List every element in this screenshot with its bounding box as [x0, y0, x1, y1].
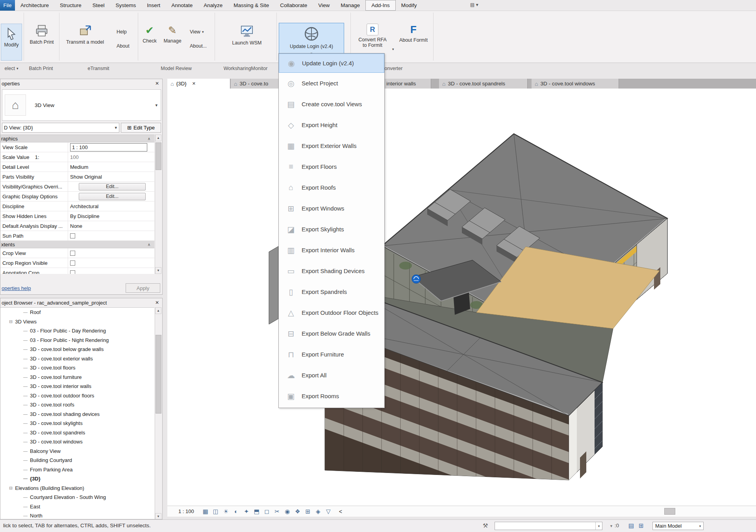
menu-item-select-project[interactable]: ◎Select Project — [279, 73, 384, 94]
tree-item[interactable]: —3D - cove.tool skylights — [0, 419, 154, 428]
worksets-combobox[interactable]: ▾ — [495, 522, 602, 530]
tree-item[interactable]: —From Parking Area — [0, 465, 154, 475]
reveal-hidden-icon[interactable]: ◈ — [313, 508, 323, 515]
discipline-value[interactable]: Architectural — [68, 201, 154, 211]
menu-item-export-all[interactable]: ☁Export All — [279, 365, 384, 386]
launch-wsm-button[interactable]: Launch WSM — [231, 24, 263, 46]
edit-type-button[interactable]: ⊞Edit Type — [121, 123, 161, 133]
menu-item-export-interior-walls[interactable]: ▥Export Interior Walls — [279, 240, 384, 260]
menu-item-export-below-grade-walls[interactable]: ⊟Export Below Grade Walls — [279, 323, 384, 344]
show-crop-icon[interactable]: ◻ — [262, 508, 272, 515]
menu-item-export-floors[interactable]: ≡Export Floors — [279, 156, 384, 177]
sketchy-lines-icon[interactable]: ✦ — [241, 508, 252, 515]
modify-button[interactable]: Modify — [1, 24, 22, 61]
worksharing-icon[interactable]: ⚒ — [483, 522, 488, 529]
scroll-up-icon[interactable]: ▲ — [155, 135, 161, 141]
view-tab-3d[interactable]: ⌂ {3D} ✕ — [167, 79, 230, 89]
tree-item-elevations[interactable]: ⊟Elevations (Building Elevation) — [0, 484, 154, 493]
annotation-crop-checkbox[interactable] — [70, 270, 75, 274]
menu-tab-analyze[interactable]: Analyze — [198, 0, 228, 11]
scroll-down-icon[interactable]: ▼ — [155, 513, 161, 519]
section-box-icon[interactable]: ✂ — [272, 508, 282, 515]
tree-item[interactable]: —Courtyard Elevation - South Wing — [0, 493, 154, 502]
analysis-icon[interactable]: ❖ — [293, 508, 303, 515]
detail-level-icon[interactable]: ▦ — [200, 508, 211, 515]
menu-item-export-furniture[interactable]: ⊓Export Furniture — [279, 344, 384, 365]
crop-region-icon[interactable]: ⬒ — [252, 508, 262, 515]
menu-tab-architecture[interactable]: Architecture — [15, 0, 54, 11]
menu-item-export-shading-devices[interactable]: ▭Export Shading Devices — [279, 260, 384, 281]
main-model-combobox[interactable]: Main Model▾ — [652, 522, 704, 530]
tree-item[interactable]: —3D - cove.tool below grade walls — [0, 345, 154, 354]
tree-item[interactable]: —Building Courtyard — [0, 456, 154, 465]
collapse-icon[interactable]: ∧ — [148, 242, 150, 247]
menu-tab-view[interactable]: View — [313, 0, 335, 11]
menu-item-create-views[interactable]: ▤Create cove.tool Views — [279, 94, 384, 115]
visual-style-icon[interactable]: ◫ — [211, 508, 221, 515]
convert-rfa-button[interactable]: R Convert RFA to FormIt — [354, 24, 391, 48]
tree-item-3d-views[interactable]: ⊟3D Views — [0, 317, 154, 327]
detail-level-value[interactable]: Medium — [68, 162, 154, 172]
close-icon[interactable]: ✕ — [155, 81, 159, 86]
view-scale-control[interactable]: 1 : 100 — [178, 508, 194, 514]
tree-item[interactable]: —3D - cove.tool shading devices — [0, 410, 154, 419]
temporary-view-icon[interactable]: ▽ — [323, 508, 334, 515]
tree-item[interactable]: —3D - cove.tool outdoor floors — [0, 391, 154, 401]
sun-path-icon[interactable]: ☀ — [221, 508, 231, 515]
view-scale-value[interactable]: 1 : 100 — [68, 142, 154, 152]
menu-item-export-outdoor-floors[interactable]: △Export Outdoor Floor Objects — [279, 302, 384, 323]
about-formit-button[interactable]: F About FormIt — [395, 24, 432, 43]
collapse-bar-icon[interactable]: < — [339, 508, 342, 515]
sun-path-checkbox[interactable] — [70, 233, 75, 238]
tree-item-active-3d[interactable]: —{3D} — [0, 474, 154, 484]
crop-view-checkbox[interactable] — [70, 251, 75, 256]
chevron-down-icon[interactable]: ▾ — [392, 47, 394, 51]
default-analysis-value[interactable]: None — [68, 221, 154, 231]
menu-tab-structure[interactable]: Structure — [54, 0, 87, 11]
type-selector[interactable]: ⌂ 3D View ▾ — [2, 89, 161, 121]
menu-tab-systems[interactable]: Systems — [110, 0, 142, 11]
tree-item[interactable]: —3D - cove.tool windows — [0, 437, 154, 447]
about-button[interactable]: About — [117, 43, 130, 49]
tree-item-roof[interactable]: —Roof — [0, 308, 154, 317]
tree-collapse-icon[interactable]: ⊟ — [9, 317, 13, 327]
tree-item[interactable]: —03 - Floor Public - Night Rendering — [0, 336, 154, 345]
close-icon[interactable]: ✕ — [155, 300, 159, 305]
tree-item[interactable]: —3D - cove.tool roofs — [0, 400, 154, 410]
horizontal-scrollbar-thumb[interactable] — [664, 508, 675, 515]
selection-filter-count[interactable]: ▼ :0 — [610, 523, 619, 528]
close-icon[interactable]: ✕ — [192, 81, 196, 86]
properties-scrollbar[interactable]: ▲ ▼ — [155, 135, 161, 274]
3d-model-view[interactable] — [167, 89, 756, 506]
view-about-button[interactable]: About... — [190, 43, 207, 49]
tree-item[interactable]: —03 - Floor Public - Day Rendering — [0, 326, 154, 336]
tree-item[interactable]: —3D - cove.tool interior walls — [0, 382, 154, 391]
worksets-icon[interactable]: ⊞ — [303, 508, 313, 515]
tree-item[interactable]: —3D - cove.tool spandrels — [0, 428, 154, 438]
menu-item-export-rooms[interactable]: ▣Export Rooms — [279, 386, 384, 406]
visibility-edit-button[interactable]: Edit... — [79, 183, 146, 190]
collapse-icon[interactable]: ∧ — [148, 137, 150, 141]
tree-item[interactable]: —3D - cove.tool exterior walls — [0, 354, 154, 364]
menu-item-export-spandrels[interactable]: ▯Export Spandrels — [279, 281, 384, 302]
scrollbar-thumb[interactable] — [156, 142, 161, 170]
scroll-down-icon[interactable]: ▼ — [155, 267, 161, 274]
menu-tab-massing-site[interactable]: Massing & Site — [228, 0, 274, 11]
parts-visibility-value[interactable]: Show Original — [68, 172, 154, 181]
view-tab-interior-walls[interactable]: ol interior walls — [378, 79, 431, 89]
transmit-model-button[interactable]: Transmit a model — [60, 24, 110, 45]
extents-section-header[interactable]: xtents∧ — [0, 241, 154, 248]
properties-help-link[interactable]: operties help — [2, 285, 31, 291]
menu-tab-collaborate[interactable]: Collaborate — [274, 0, 313, 11]
editable-only-icon[interactable]: ⊞ — [639, 522, 644, 529]
scroll-up-icon[interactable]: ▲ — [155, 307, 161, 314]
graphics-section-header[interactable]: raphics∧ — [0, 135, 154, 142]
group-label-select[interactable]: elect▾ — [0, 64, 23, 73]
tree-item[interactable]: —Balcony View — [0, 447, 154, 456]
view-button[interactable]: View ▾ — [190, 29, 204, 35]
view-selector-combobox[interactable]: D View: {3D}▾ — [2, 123, 119, 133]
crop-region-visible-checkbox[interactable] — [70, 260, 75, 266]
tree-item[interactable]: —East — [0, 502, 154, 512]
tree-item[interactable]: —3D - cove.tool furniture — [0, 373, 154, 382]
manage-button[interactable]: ✎ Manage — [161, 24, 184, 44]
